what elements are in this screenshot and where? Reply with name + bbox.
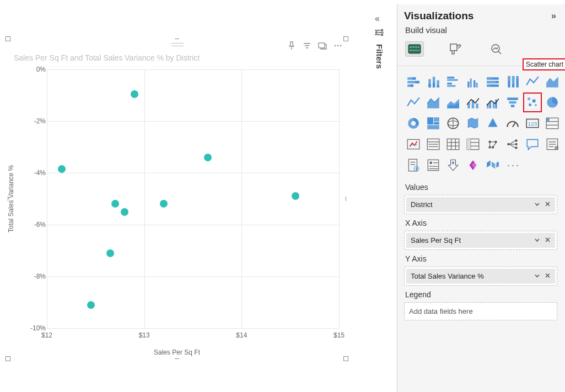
filters-pane-label[interactable]: Filters — [375, 44, 384, 69]
svg-point-136 — [452, 162, 454, 164]
data-point[interactable] — [111, 200, 119, 208]
line-chart-icon[interactable] — [404, 92, 423, 112]
selection-handle[interactable] — [343, 36, 348, 41]
treemap-icon[interactable] — [424, 113, 443, 133]
table-icon[interactable] — [444, 134, 462, 154]
kpi-icon[interactable] — [404, 134, 423, 154]
selection-handle[interactable] — [343, 356, 348, 361]
area-chart-icon[interactable] — [543, 72, 562, 91]
stacked-column-chart-icon[interactable] — [424, 72, 443, 91]
chevron-down-icon[interactable] — [534, 236, 540, 244]
azure-map-icon[interactable] — [483, 113, 502, 133]
chevron-down-icon[interactable] — [534, 200, 540, 209]
drag-handle-icon[interactable] — [171, 43, 184, 46]
y-tick-label: -8% — [25, 273, 46, 280]
donut-chart-icon[interactable] — [404, 113, 423, 133]
x-tick-label: $13 — [139, 331, 150, 339]
svg-rect-75 — [427, 117, 433, 124]
svg-text:123: 123 — [528, 121, 537, 127]
clustered-column-chart-icon[interactable] — [464, 72, 482, 91]
field-pill-district[interactable]: District — [406, 197, 555, 212]
more-options-icon[interactable] — [333, 41, 342, 50]
svg-rect-69 — [532, 100, 535, 102]
matrix-icon[interactable] — [464, 134, 482, 154]
slicer-icon[interactable] — [424, 134, 443, 154]
format-visual-tab[interactable] — [446, 41, 465, 57]
data-point[interactable] — [204, 154, 212, 161]
area-chart-icon[interactable] — [424, 92, 443, 112]
y-tick-label: 0% — [25, 66, 46, 73]
ellipsis-icon[interactable]: ··· — [505, 160, 520, 171]
svg-point-5 — [335, 45, 336, 47]
paginated-report-icon[interactable] — [404, 155, 423, 175]
key-influencers-icon[interactable] — [444, 155, 462, 175]
focus-mode-icon[interactable] — [318, 41, 327, 50]
power-apps-icon[interactable] — [464, 155, 482, 175]
x-axis-well[interactable]: Sales Per Sq Ft — [404, 231, 557, 250]
line-chart-icon[interactable] — [523, 72, 542, 91]
expand-pane-icon[interactable]: » — [551, 11, 556, 21]
more-visuals-icon[interactable]: ··· — [503, 155, 522, 175]
analytics-tab[interactable] — [487, 41, 505, 57]
card-icon[interactable]: 123 — [523, 113, 542, 133]
values-well[interactable]: District — [404, 195, 557, 214]
data-point[interactable] — [292, 192, 299, 200]
remove-field-icon[interactable] — [545, 200, 551, 209]
decomposition-tree-icon[interactable] — [503, 134, 522, 154]
y-axis-well-label: Y Axis — [405, 254, 563, 263]
data-point[interactable] — [160, 200, 168, 208]
line-clustered-column-chart-icon[interactable] — [483, 92, 502, 112]
svg-rect-66 — [509, 101, 516, 104]
gauge-icon[interactable] — [503, 113, 522, 133]
chart-card[interactable]: Sales Per Sq Ft and Total Sales Variance… — [8, 39, 346, 358]
scatter-chart-icon[interactable] — [523, 92, 542, 112]
line-stacked-column-chart-icon[interactable] — [464, 92, 482, 112]
field-pill-total-sales-variance[interactable]: Total Sales Variance % — [406, 269, 555, 284]
visualizations-pane: Visualizations » Build visual — [397, 4, 565, 392]
pie-chart-icon[interactable] — [543, 92, 562, 112]
legend-well[interactable]: Add data fields here — [404, 302, 557, 320]
collapse-pane-icon[interactable]: « — [375, 14, 380, 24]
svg-rect-33 — [428, 84, 431, 88]
remove-field-icon[interactable] — [545, 236, 551, 244]
clustered-bar-chart-icon[interactable] — [444, 72, 462, 91]
field-pill-sales-per-sq-ft[interactable]: Sales Per Sq Ft — [406, 233, 555, 248]
filled-map-icon[interactable] — [464, 113, 482, 133]
filters-icon[interactable] — [375, 29, 384, 39]
data-point[interactable] — [87, 301, 95, 309]
data-point[interactable] — [121, 208, 128, 216]
svg-rect-15 — [410, 46, 412, 48]
selection-handle[interactable] — [175, 358, 179, 359]
svg-rect-65 — [507, 97, 518, 100]
map-icon[interactable] — [444, 113, 462, 133]
svg-point-132 — [430, 162, 432, 164]
100-stacked-column-chart-icon[interactable] — [503, 72, 522, 91]
r-script-visual-icon[interactable] — [483, 134, 502, 154]
smart-narrative-icon[interactable] — [543, 134, 562, 154]
svg-rect-39 — [447, 79, 458, 81]
y-tick-label: -2% — [25, 117, 46, 125]
chevron-down-icon[interactable] — [534, 272, 540, 280]
stacked-area-chart-icon[interactable] — [444, 92, 462, 112]
selection-handle[interactable] — [346, 197, 346, 201]
multi-row-card-icon[interactable] — [543, 113, 562, 133]
selection-handle[interactable] — [175, 39, 179, 39]
stacked-bar-chart-icon[interactable] — [404, 72, 423, 91]
legend-well-label: Legend — [405, 290, 563, 299]
python-visual-icon[interactable] — [424, 155, 443, 175]
data-point[interactable] — [131, 90, 138, 98]
y-axis-well[interactable]: Total Sales Variance % — [404, 266, 557, 286]
selection-handle[interactable] — [6, 356, 10, 361]
data-point[interactable] — [58, 165, 66, 173]
data-point[interactable] — [106, 249, 114, 257]
pin-icon[interactable] — [287, 41, 296, 50]
y-axis-label: Total Sales Variance % — [7, 165, 15, 233]
filter-icon[interactable] — [303, 41, 311, 50]
ribbon-chart-icon[interactable] — [483, 155, 502, 175]
qna-visual-icon[interactable] — [523, 134, 542, 154]
remove-field-icon[interactable] — [545, 272, 551, 280]
100-stacked-bar-chart-icon[interactable] — [483, 72, 502, 91]
build-visual-tab[interactable] — [405, 41, 424, 57]
selection-handle[interactable] — [6, 36, 10, 41]
funnel-chart-icon[interactable] — [503, 92, 522, 112]
